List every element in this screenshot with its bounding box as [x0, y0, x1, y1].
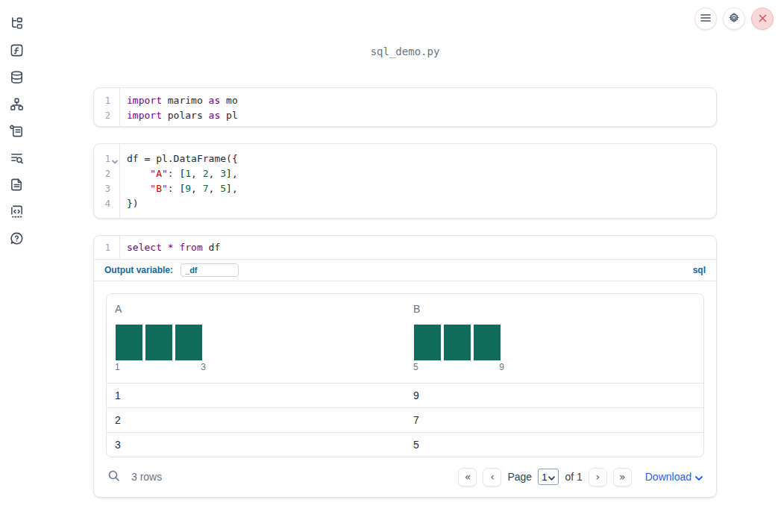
- sql-editor-row[interactable]: 1 select * from df: [94, 236, 716, 260]
- histogram-min-label: 1: [115, 362, 120, 372]
- code-cell-imports[interactable]: 1 2 import marimo as mo import polars as…: [93, 87, 717, 127]
- code-token: ,: [209, 168, 221, 179]
- sidebar-item-file-tree[interactable]: [9, 17, 24, 32]
- histogram-bar: [474, 325, 501, 360]
- sidebar-item-snippets[interactable]: [9, 205, 24, 220]
- code-line: "B": [9, 7, 5],: [127, 181, 716, 196]
- first-page-button[interactable]: «: [458, 468, 477, 486]
- line-number: 1: [94, 240, 119, 255]
- dataframe-table: A 1 3 B: [106, 293, 704, 457]
- last-page-button[interactable]: »: [613, 468, 632, 486]
- menu-button[interactable]: [694, 7, 717, 30]
- chevron-down-icon: [695, 471, 703, 483]
- sidebar-item-outline[interactable]: [9, 125, 24, 140]
- code-token: ,: [191, 168, 203, 179]
- code-token: ,: [191, 183, 203, 194]
- sidebar-item-documentation[interactable]: [9, 178, 24, 193]
- sql-cell[interactable]: 1 select * from df Output variable: sql …: [93, 235, 717, 498]
- close-x-icon: [759, 13, 767, 25]
- table-cell: 3: [107, 439, 405, 451]
- table-row[interactable]: 2 7: [107, 407, 703, 432]
- cell-output-area: A 1 3 B: [94, 281, 716, 490]
- sidebar-item-help[interactable]: [9, 232, 24, 247]
- chevron-left-icon: ‹: [490, 472, 495, 482]
- code-token: "A": [150, 168, 167, 179]
- code-token: }): [127, 198, 139, 209]
- code-token: from: [179, 242, 202, 253]
- gear-icon: [728, 12, 740, 26]
- logs-search-icon: [10, 151, 24, 167]
- code-editor[interactable]: df = pl.DataFrame({ "A": [1, 2, 3], "B":…: [120, 144, 716, 218]
- column-header-b[interactable]: B 5 9: [405, 294, 703, 383]
- code-token: as: [209, 95, 221, 106]
- top-right-controls: [694, 7, 774, 30]
- code-line: import polars as pl: [127, 108, 716, 123]
- histogram-max-label: 9: [499, 362, 504, 372]
- code-token: : [: [168, 168, 185, 179]
- line-number-gutter: 1 2: [94, 88, 120, 126]
- chevrons-left-icon: «: [465, 472, 471, 482]
- sidebar-item-logs[interactable]: [9, 151, 24, 166]
- language-badge: sql: [693, 265, 706, 275]
- next-page-button[interactable]: ›: [589, 468, 607, 486]
- table-cell: 9: [405, 389, 703, 401]
- code-editor[interactable]: import marimo as mo import polars as pl: [120, 88, 716, 126]
- table-row[interactable]: 3 5: [107, 432, 703, 457]
- chevron-down-icon: [548, 472, 555, 483]
- pagination-controls: « ‹ Page 1 of 1 › » Download: [458, 468, 703, 486]
- sql-options-bar: Output variable: sql: [94, 260, 716, 281]
- code-line: import marimo as mo: [127, 93, 716, 108]
- column-histogram-a: [116, 325, 202, 360]
- table-row[interactable]: 1 9: [107, 383, 703, 407]
- sidebar-item-datasources[interactable]: [9, 71, 24, 86]
- prev-page-button[interactable]: ‹: [483, 468, 501, 486]
- histogram-bar: [145, 325, 172, 360]
- row-count-label: 3 rows: [131, 471, 162, 483]
- sql-code-editor[interactable]: select * from df: [120, 236, 716, 259]
- sidebar-item-functions[interactable]: [9, 44, 24, 59]
- line-number: 3: [94, 181, 119, 196]
- table-cell: 2: [107, 414, 405, 426]
- code-line: df = pl.DataFrame({: [127, 151, 716, 166]
- code-cell-dataframe[interactable]: 1 2 3 4 df = pl.DataFrame({ "A": [1, 2, …: [93, 143, 717, 219]
- code-token: ],: [226, 183, 238, 194]
- page-select[interactable]: 1: [538, 469, 559, 485]
- table-footer: 3 rows « ‹ Page 1 of 1 › » Download: [106, 463, 704, 490]
- histogram-bar: [175, 325, 202, 360]
- histogram-bar: [116, 325, 142, 360]
- help-icon: [10, 231, 24, 248]
- database-icon: [10, 70, 24, 87]
- line-number: 1: [94, 93, 119, 108]
- fold-chevron-icon[interactable]: [112, 156, 118, 166]
- code-line: select * from df: [127, 240, 716, 255]
- code-token: import: [127, 110, 162, 121]
- page-select-value: 1: [542, 472, 547, 483]
- column-header-a[interactable]: A 1 3: [107, 294, 405, 383]
- chevron-right-icon: ›: [595, 472, 600, 482]
- code-token: mo: [220, 95, 237, 106]
- sidebar-item-dependency-graph[interactable]: [9, 98, 24, 113]
- download-button[interactable]: Download: [645, 471, 703, 483]
- code-token: df: [203, 242, 220, 253]
- left-sidebar: [0, 0, 33, 532]
- search-button[interactable]: [107, 469, 121, 485]
- code-token: select: [127, 242, 162, 253]
- code-token: "B": [150, 183, 167, 194]
- code-token: 5: [220, 183, 226, 194]
- code-token: 9: [185, 183, 191, 194]
- code-token: [127, 168, 150, 179]
- code-token: pl: [220, 110, 237, 121]
- histogram-bar: [444, 325, 471, 360]
- shutdown-button[interactable]: [751, 7, 774, 30]
- search-icon: [107, 469, 121, 485]
- scroll-icon: [10, 124, 24, 140]
- notebook-filename[interactable]: sql_demo.py: [93, 46, 717, 57]
- histogram-axis-labels: 5 9: [413, 362, 504, 372]
- table-cell: 1: [107, 389, 405, 401]
- code-line: }): [127, 196, 716, 211]
- code-token: 7: [203, 183, 209, 194]
- output-variable-input[interactable]: [181, 263, 239, 277]
- table-cell: 5: [405, 439, 703, 451]
- settings-button[interactable]: [723, 7, 745, 30]
- line-number: 4: [94, 196, 119, 211]
